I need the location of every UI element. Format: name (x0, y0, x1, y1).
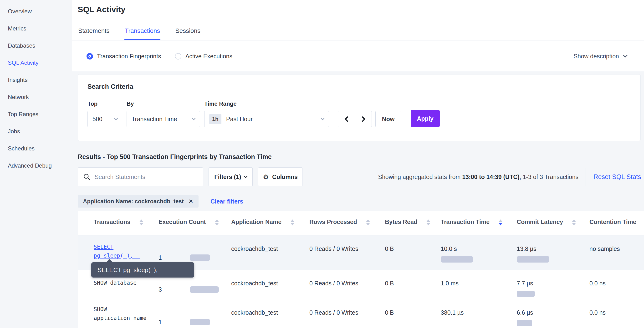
sort-toggle[interactable] (366, 219, 370, 225)
sidebar-item-databases[interactable]: Databases (0, 37, 72, 54)
table-row[interactable]: SHOW application_name 1 cockroachdb_test… (78, 299, 644, 328)
radio-active-executions[interactable]: Active Executions (175, 53, 232, 60)
sidebar-item-metrics[interactable]: Metrics (0, 20, 72, 37)
aggregated-stats-text: Showing aggregated stats from 13:00 to 1… (378, 173, 578, 180)
application-name-cell: cockroachdb_test (231, 299, 309, 328)
view-toggle: Transaction Fingerprints Active Executio… (72, 41, 644, 71)
sort-toggle[interactable] (290, 219, 294, 225)
db-console-app: Overview Metrics Databases SQL Activity … (0, 0, 644, 328)
column-header-execution-count[interactable]: Execution Count (158, 218, 231, 228)
sort-asc-icon (498, 219, 502, 222)
column-header-transactions[interactable]: Transactions (94, 218, 158, 228)
time-range-prev-button[interactable] (338, 111, 355, 127)
time-range-select[interactable]: 1h Past Hour (204, 111, 329, 127)
apply-button[interactable]: Apply (411, 110, 440, 127)
sort-toggle[interactable] (572, 219, 576, 225)
time-range-next-button[interactable] (355, 111, 372, 127)
by-field: By Transaction Time (126, 100, 200, 127)
transaction-fingerprint-text: SHOW database (94, 280, 136, 286)
sort-asc-icon (366, 219, 370, 222)
bytes-read-cell: 0 B (385, 299, 441, 328)
sort-toggle[interactable] (498, 219, 502, 225)
execution-count-value: 3 (158, 286, 190, 293)
commit-latency-cell: 13.8 µs (517, 235, 590, 270)
commit-latency-cell: 7.7 µs (517, 270, 590, 299)
transaction-time-cell: 10.0 s (441, 235, 517, 270)
radio-unselected-icon (175, 53, 182, 59)
sort-toggle[interactable] (215, 219, 219, 225)
sort-desc-icon (290, 223, 294, 225)
commit-latency-bar (517, 291, 535, 297)
transaction-time-bar (441, 256, 473, 263)
filter-chip-application-name[interactable]: Application Name: cockroachdb_test ✕ (78, 195, 198, 208)
column-header-transaction-time[interactable]: Transaction Time (441, 218, 517, 228)
search-criteria-controls: Top 500 By Transaction Time Time Range (88, 100, 631, 127)
commit-latency-bar (517, 320, 532, 326)
tab-bar: Statements Transactions Sessions (72, 24, 644, 40)
statement-tooltip: SELECT pg_sleep(_), _ (91, 262, 194, 278)
main-content: SQL Activity Statements Transactions Ses… (72, 0, 644, 328)
transaction-time-cell: 380.1 µs (441, 299, 517, 328)
table-header-row: Transactions Execution Count Application… (78, 211, 644, 235)
tab-statements[interactable]: Statements (78, 24, 110, 40)
transaction-fingerprint-link[interactable]: SELECT pg_sleep(_), _ (94, 244, 140, 259)
rows-processed-cell: 0 Reads / 0 Writes (309, 299, 385, 328)
now-button[interactable]: Now (376, 111, 401, 127)
radio-transaction-fingerprints[interactable]: Transaction Fingerprints (86, 53, 161, 60)
sidebar-item-schedules[interactable]: Schedules (0, 140, 72, 157)
sort-desc-icon (215, 223, 219, 225)
vertical-divider (586, 168, 586, 186)
search-criteria-title: Search Criteria (88, 83, 631, 90)
page-title: SQL Activity (78, 5, 125, 14)
sort-asc-icon (290, 219, 294, 222)
sidebar-item-sql-activity[interactable]: SQL Activity (0, 54, 72, 71)
sidebar: Overview Metrics Databases SQL Activity … (0, 0, 72, 328)
execution-count-bar (190, 286, 219, 293)
top-field: Top 500 (88, 100, 122, 127)
sidebar-item-jobs[interactable]: Jobs (0, 123, 72, 140)
transaction-time-cell: 1.0 ms (441, 270, 517, 299)
commit-latency-cell: 6.6 µs (517, 299, 590, 328)
sort-asc-icon (426, 219, 430, 222)
sidebar-item-top-ranges[interactable]: Top Ranges (0, 106, 72, 123)
column-header-contention-time[interactable]: Contention Time (590, 218, 644, 228)
application-name-cell: cockroachdb_test (231, 235, 309, 270)
execution-count-bar (190, 319, 210, 326)
column-header-application-name[interactable]: Application Name (231, 218, 309, 228)
sort-desc-icon (426, 223, 430, 225)
columns-button[interactable]: ⚙ Columns (258, 167, 302, 186)
sidebar-item-insights[interactable]: Insights (0, 71, 72, 89)
sort-desc-icon (366, 223, 370, 225)
rows-processed-cell: 0 Reads / 0 Writes (309, 235, 385, 270)
sort-desc-icon (140, 223, 143, 225)
time-range-badge: 1h (209, 114, 222, 124)
tab-transactions[interactable]: Transactions (124, 24, 161, 40)
radio-selected-icon (86, 53, 93, 59)
contention-time-cell: no samples (590, 235, 644, 270)
sort-toggle[interactable] (426, 219, 430, 225)
execution-count-value: 1 (158, 254, 190, 261)
top-select[interactable]: 500 (88, 111, 122, 127)
time-range-pager (338, 111, 372, 127)
sidebar-item-overview[interactable]: Overview (0, 3, 72, 20)
search-icon (83, 173, 90, 180)
by-select[interactable]: Transaction Time (126, 111, 200, 127)
sidebar-item-advanced-debug[interactable]: Advanced Debug (0, 157, 72, 174)
application-name-cell: cockroachdb_test (231, 270, 309, 299)
show-description-toggle[interactable]: Show description (574, 41, 627, 71)
tab-sessions[interactable]: Sessions (175, 24, 201, 40)
column-header-commit-latency[interactable]: Commit Latency (517, 218, 590, 228)
column-header-rows-processed[interactable]: Rows Processed (309, 218, 385, 228)
clear-filters-link[interactable]: Clear filters (210, 198, 243, 205)
sort-toggle[interactable] (140, 219, 143, 225)
column-header-bytes-read[interactable]: Bytes Read (385, 218, 441, 228)
filters-button[interactable]: Filters (1) (208, 167, 253, 186)
search-statements-input[interactable] (94, 173, 198, 180)
reset-sql-stats-link[interactable]: Reset SQL Stats (594, 173, 641, 181)
execution-count-bar (190, 254, 210, 261)
chevron-down-icon (321, 116, 324, 120)
close-icon[interactable]: ✕ (188, 198, 193, 205)
sidebar-item-network[interactable]: Network (0, 89, 72, 106)
time-range-field: Time Range 1h Past Hour (204, 100, 334, 127)
active-filters-row: Application Name: cockroachdb_test ✕ Cle… (78, 195, 243, 208)
